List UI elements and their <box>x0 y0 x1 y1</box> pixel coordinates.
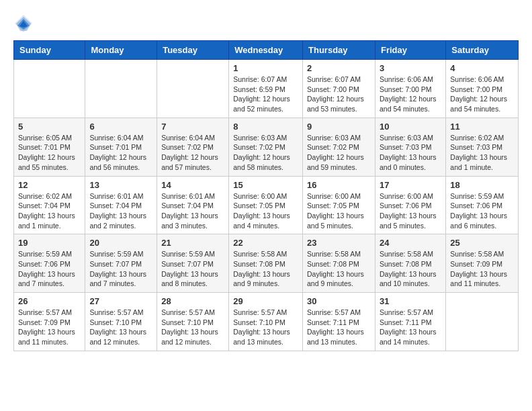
calendar-day-cell: 1Sunrise: 6:07 AM Sunset: 6:59 PM Daylig… <box>229 60 303 118</box>
day-number: 15 <box>233 180 298 190</box>
day-number: 20 <box>89 238 152 248</box>
day-info: Sunrise: 5:58 AM Sunset: 7:08 PM Dayligh… <box>307 249 371 289</box>
day-number: 14 <box>161 180 224 190</box>
day-number: 1 <box>233 63 298 73</box>
day-number: 18 <box>450 180 514 190</box>
day-info: Sunrise: 6:01 AM Sunset: 7:04 PM Dayligh… <box>89 191 152 231</box>
day-number: 7 <box>161 122 224 132</box>
calendar-day-cell: 10Sunrise: 6:03 AM Sunset: 7:03 PM Dayli… <box>375 118 445 176</box>
day-info: Sunrise: 6:00 AM Sunset: 7:05 PM Dayligh… <box>233 191 298 231</box>
calendar-week-row: 19Sunrise: 5:59 AM Sunset: 7:06 PM Dayli… <box>14 234 519 293</box>
calendar-week-row: 1Sunrise: 6:07 AM Sunset: 6:59 PM Daylig… <box>14 60 519 118</box>
calendar-day-cell: 27Sunrise: 5:57 AM Sunset: 7:10 PM Dayli… <box>85 293 157 351</box>
day-info: Sunrise: 6:04 AM Sunset: 7:01 PM Dayligh… <box>89 133 152 173</box>
logo <box>13 13 36 34</box>
weekday-header: Saturday <box>446 41 519 60</box>
day-info: Sunrise: 6:02 AM Sunset: 7:04 PM Dayligh… <box>18 191 81 231</box>
day-info: Sunrise: 5:57 AM Sunset: 7:10 PM Dayligh… <box>161 308 224 347</box>
day-info: Sunrise: 5:57 AM Sunset: 7:09 PM Dayligh… <box>18 308 81 347</box>
calendar-day-cell: 31Sunrise: 5:57 AM Sunset: 7:11 PM Dayli… <box>375 293 445 351</box>
day-info: Sunrise: 6:03 AM Sunset: 7:03 PM Dayligh… <box>380 133 441 173</box>
calendar-body: 1Sunrise: 6:07 AM Sunset: 6:59 PM Daylig… <box>14 60 519 351</box>
calendar-day-cell: 5Sunrise: 6:05 AM Sunset: 7:01 PM Daylig… <box>14 118 85 176</box>
day-number: 5 <box>18 122 81 132</box>
day-number: 9 <box>307 122 371 132</box>
day-number: 28 <box>161 296 224 306</box>
day-number: 3 <box>380 63 441 73</box>
calendar-day-cell: 29Sunrise: 5:57 AM Sunset: 7:10 PM Dayli… <box>229 293 303 351</box>
day-info: Sunrise: 5:59 AM Sunset: 7:06 PM Dayligh… <box>18 249 81 289</box>
weekday-header: Friday <box>375 41 445 60</box>
day-number: 11 <box>450 122 514 132</box>
day-info: Sunrise: 6:00 AM Sunset: 7:05 PM Dayligh… <box>307 191 371 231</box>
calendar-week-row: 5Sunrise: 6:05 AM Sunset: 7:01 PM Daylig… <box>14 118 519 176</box>
calendar-day-cell <box>85 60 157 118</box>
calendar-day-cell: 12Sunrise: 6:02 AM Sunset: 7:04 PM Dayli… <box>14 176 85 234</box>
calendar-week-row: 26Sunrise: 5:57 AM Sunset: 7:09 PM Dayli… <box>14 293 519 351</box>
calendar-day-cell: 20Sunrise: 5:59 AM Sunset: 7:07 PM Dayli… <box>85 234 157 293</box>
day-number: 13 <box>89 180 152 190</box>
calendar-day-cell: 3Sunrise: 6:06 AM Sunset: 7:00 PM Daylig… <box>375 60 445 118</box>
calendar-day-cell: 11Sunrise: 6:02 AM Sunset: 7:03 PM Dayli… <box>446 118 519 176</box>
day-number: 17 <box>380 180 441 190</box>
day-number: 26 <box>18 296 81 306</box>
day-info: Sunrise: 5:59 AM Sunset: 7:07 PM Dayligh… <box>161 249 224 289</box>
calendar-day-cell: 24Sunrise: 5:58 AM Sunset: 7:08 PM Dayli… <box>375 234 445 293</box>
calendar-day-cell: 26Sunrise: 5:57 AM Sunset: 7:09 PM Dayli… <box>14 293 85 351</box>
day-info: Sunrise: 6:03 AM Sunset: 7:02 PM Dayligh… <box>307 133 371 173</box>
calendar-day-cell: 8Sunrise: 6:03 AM Sunset: 7:02 PM Daylig… <box>229 118 303 176</box>
day-info: Sunrise: 6:03 AM Sunset: 7:02 PM Dayligh… <box>233 133 298 173</box>
calendar-day-cell: 7Sunrise: 6:04 AM Sunset: 7:02 PM Daylig… <box>157 118 229 176</box>
calendar-day-cell <box>157 60 229 118</box>
weekday-header: Wednesday <box>229 41 303 60</box>
calendar-day-cell <box>446 293 519 351</box>
weekday-header: Thursday <box>303 41 375 60</box>
day-info: Sunrise: 5:59 AM Sunset: 7:06 PM Dayligh… <box>450 191 514 231</box>
calendar-table: SundayMondayTuesdayWednesdayThursdayFrid… <box>13 40 519 351</box>
calendar-header: SundayMondayTuesdayWednesdayThursdayFrid… <box>14 41 519 60</box>
day-number: 23 <box>307 238 371 248</box>
day-info: Sunrise: 6:06 AM Sunset: 7:00 PM Dayligh… <box>380 75 441 114</box>
day-number: 22 <box>233 238 298 248</box>
day-number: 6 <box>89 122 152 132</box>
day-info: Sunrise: 5:57 AM Sunset: 7:10 PM Dayligh… <box>89 308 152 347</box>
calendar-day-cell: 16Sunrise: 6:00 AM Sunset: 7:05 PM Dayli… <box>303 176 375 234</box>
day-number: 2 <box>307 63 371 73</box>
day-number: 29 <box>233 296 298 306</box>
day-number: 16 <box>307 180 371 190</box>
day-number: 21 <box>161 238 224 248</box>
day-info: Sunrise: 5:59 AM Sunset: 7:07 PM Dayligh… <box>89 249 152 289</box>
day-number: 30 <box>307 296 371 306</box>
day-number: 31 <box>380 296 441 306</box>
calendar-day-cell: 25Sunrise: 5:58 AM Sunset: 7:09 PM Dayli… <box>446 234 519 293</box>
day-number: 12 <box>18 180 81 190</box>
day-info: Sunrise: 6:00 AM Sunset: 7:06 PM Dayligh… <box>380 191 441 231</box>
day-info: Sunrise: 5:58 AM Sunset: 7:09 PM Dayligh… <box>450 249 514 289</box>
calendar-day-cell: 30Sunrise: 5:57 AM Sunset: 7:11 PM Dayli… <box>303 293 375 351</box>
day-info: Sunrise: 5:58 AM Sunset: 7:08 PM Dayligh… <box>380 249 441 289</box>
calendar-day-cell: 17Sunrise: 6:00 AM Sunset: 7:06 PM Dayli… <box>375 176 445 234</box>
day-info: Sunrise: 6:07 AM Sunset: 6:59 PM Dayligh… <box>233 75 298 114</box>
weekday-header: Tuesday <box>157 41 229 60</box>
day-info: Sunrise: 6:07 AM Sunset: 7:00 PM Dayligh… <box>307 75 371 114</box>
calendar-day-cell <box>14 60 85 118</box>
day-info: Sunrise: 6:01 AM Sunset: 7:04 PM Dayligh… <box>161 191 224 231</box>
calendar-day-cell: 13Sunrise: 6:01 AM Sunset: 7:04 PM Dayli… <box>85 176 157 234</box>
day-number: 4 <box>450 63 514 73</box>
calendar-day-cell: 28Sunrise: 5:57 AM Sunset: 7:10 PM Dayli… <box>157 293 229 351</box>
day-number: 24 <box>380 238 441 248</box>
calendar-day-cell: 15Sunrise: 6:00 AM Sunset: 7:05 PM Dayli… <box>229 176 303 234</box>
logo-icon <box>13 13 34 34</box>
weekday-header: Monday <box>85 41 157 60</box>
weekday-row: SundayMondayTuesdayWednesdayThursdayFrid… <box>14 41 519 60</box>
calendar-day-cell: 23Sunrise: 5:58 AM Sunset: 7:08 PM Dayli… <box>303 234 375 293</box>
calendar-day-cell: 9Sunrise: 6:03 AM Sunset: 7:02 PM Daylig… <box>303 118 375 176</box>
day-info: Sunrise: 5:58 AM Sunset: 7:08 PM Dayligh… <box>233 249 298 289</box>
day-info: Sunrise: 5:57 AM Sunset: 7:11 PM Dayligh… <box>380 308 441 347</box>
calendar-day-cell: 6Sunrise: 6:04 AM Sunset: 7:01 PM Daylig… <box>85 118 157 176</box>
day-number: 19 <box>18 238 81 248</box>
calendar-day-cell: 4Sunrise: 6:06 AM Sunset: 7:00 PM Daylig… <box>446 60 519 118</box>
calendar-day-cell: 22Sunrise: 5:58 AM Sunset: 7:08 PM Dayli… <box>229 234 303 293</box>
day-info: Sunrise: 6:04 AM Sunset: 7:02 PM Dayligh… <box>161 133 224 173</box>
weekday-header: Sunday <box>14 41 85 60</box>
